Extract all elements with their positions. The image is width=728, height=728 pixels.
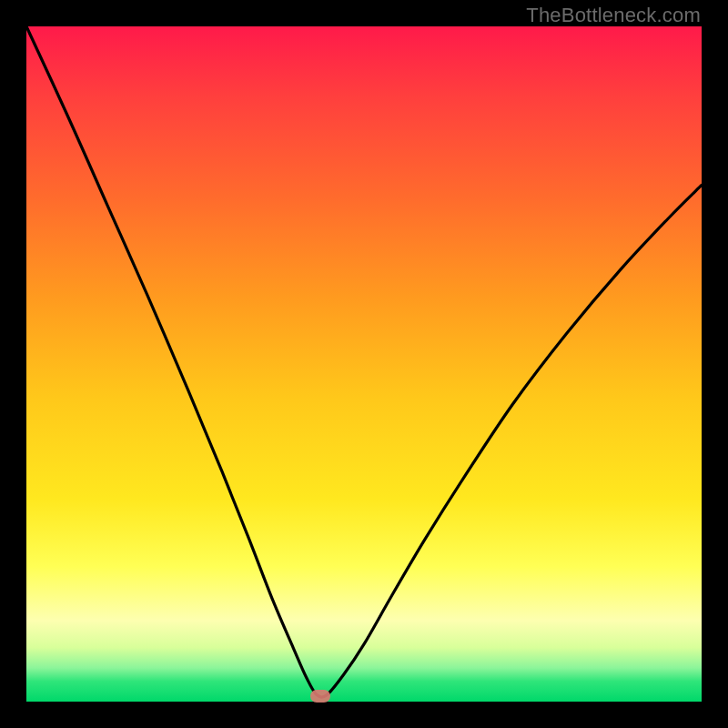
bottleneck-curve	[26, 26, 702, 702]
watermark-text: TheBottleneck.com	[526, 4, 701, 27]
chart-plot-area	[26, 26, 702, 702]
min-marker	[310, 690, 330, 703]
chart-frame: TheBottleneck.com	[0, 0, 728, 728]
